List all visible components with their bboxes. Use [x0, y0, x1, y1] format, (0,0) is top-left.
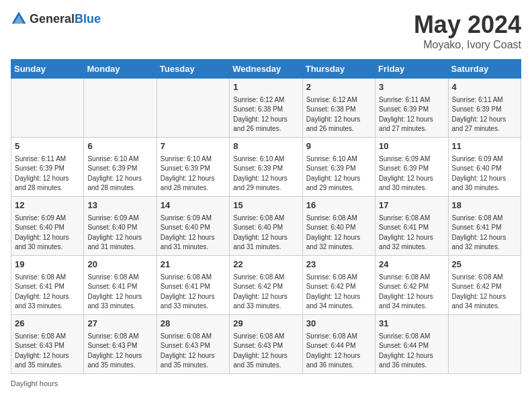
- day-number: 10: [379, 140, 444, 153]
- day-number: 13: [87, 199, 152, 212]
- day-info: Sunrise: 6:12 AM Sunset: 6:38 PM Dayligh…: [306, 95, 371, 134]
- calendar-cell: 27Sunrise: 6:08 AM Sunset: 6:43 PM Dayli…: [84, 315, 157, 374]
- calendar-cell: 26Sunrise: 6:08 AM Sunset: 6:43 PM Dayli…: [11, 315, 84, 374]
- day-info: Sunrise: 6:08 AM Sunset: 6:43 PM Dayligh…: [233, 332, 298, 371]
- day-number: 1: [233, 81, 298, 94]
- week-row-3: 12Sunrise: 6:09 AM Sunset: 6:40 PM Dayli…: [11, 197, 521, 256]
- calendar-cell: 15Sunrise: 6:08 AM Sunset: 6:40 PM Dayli…: [230, 197, 302, 256]
- day-info: Sunrise: 6:08 AM Sunset: 6:41 PM Dayligh…: [161, 273, 226, 312]
- calendar-cell: 28Sunrise: 6:08 AM Sunset: 6:43 PM Dayli…: [157, 315, 229, 374]
- calendar-cell: 1Sunrise: 6:12 AM Sunset: 6:38 PM Daylig…: [230, 79, 302, 138]
- day-info: Sunrise: 6:10 AM Sunset: 6:39 PM Dayligh…: [161, 154, 226, 193]
- day-number: 6: [87, 140, 152, 153]
- day-number: 20: [87, 259, 152, 271]
- day-number: 26: [15, 318, 80, 330]
- day-number: 2: [306, 81, 371, 94]
- week-row-2: 5Sunrise: 6:11 AM Sunset: 6:39 PM Daylig…: [11, 138, 521, 197]
- day-number: 19: [15, 259, 80, 271]
- calendar-cell: 31Sunrise: 6:08 AM Sunset: 6:44 PM Dayli…: [375, 315, 448, 374]
- day-info: Sunrise: 6:08 AM Sunset: 6:40 PM Dayligh…: [233, 214, 298, 253]
- footer-note: Daylight hours: [11, 379, 521, 387]
- day-number: 18: [452, 199, 517, 212]
- calendar-cell: 10Sunrise: 6:09 AM Sunset: 6:39 PM Dayli…: [375, 138, 448, 197]
- day-number: 7: [161, 140, 226, 153]
- header-row: SundayMondayTuesdayWednesdayThursdayFrid…: [11, 60, 521, 79]
- day-number: 11: [452, 140, 517, 153]
- day-number: 27: [87, 318, 152, 330]
- day-number: 29: [233, 318, 298, 330]
- day-info: Sunrise: 6:08 AM Sunset: 6:43 PM Dayligh…: [161, 332, 226, 371]
- calendar-cell: 19Sunrise: 6:08 AM Sunset: 6:41 PM Dayli…: [11, 256, 84, 315]
- day-number: 3: [379, 81, 444, 94]
- calendar-table: SundayMondayTuesdayWednesdayThursdayFrid…: [11, 59, 521, 374]
- day-info: Sunrise: 6:09 AM Sunset: 6:39 PM Dayligh…: [379, 154, 444, 193]
- day-number: 17: [379, 199, 444, 212]
- day-info: Sunrise: 6:10 AM Sunset: 6:39 PM Dayligh…: [87, 154, 152, 193]
- day-info: Sunrise: 6:11 AM Sunset: 6:39 PM Dayligh…: [15, 154, 80, 193]
- day-info: Sunrise: 6:08 AM Sunset: 6:41 PM Dayligh…: [379, 214, 444, 253]
- calendar-cell: 12Sunrise: 6:09 AM Sunset: 6:40 PM Dayli…: [11, 197, 84, 256]
- logo-general: General: [30, 12, 75, 26]
- day-info: Sunrise: 6:09 AM Sunset: 6:40 PM Dayligh…: [452, 154, 517, 193]
- logo-blue: Blue: [75, 12, 101, 26]
- calendar-cell: 2Sunrise: 6:12 AM Sunset: 6:38 PM Daylig…: [302, 79, 375, 138]
- calendar-cell: [11, 79, 84, 138]
- day-number: 12: [15, 199, 80, 212]
- header: GeneralBlue May 2024 Moyako, Ivory Coast: [11, 11, 521, 51]
- day-number: 14: [161, 199, 226, 212]
- day-info: Sunrise: 6:11 AM Sunset: 6:39 PM Dayligh…: [452, 95, 517, 134]
- day-info: Sunrise: 6:09 AM Sunset: 6:40 PM Dayligh…: [87, 214, 152, 253]
- logo-text: GeneralBlue: [30, 12, 101, 26]
- calendar-cell: 8Sunrise: 6:10 AM Sunset: 6:39 PM Daylig…: [230, 138, 302, 197]
- calendar-cell: 14Sunrise: 6:09 AM Sunset: 6:40 PM Dayli…: [157, 197, 229, 256]
- calendar-cell: 7Sunrise: 6:10 AM Sunset: 6:39 PM Daylig…: [157, 138, 229, 197]
- day-number: 15: [233, 199, 298, 212]
- header-day-saturday: Saturday: [448, 60, 521, 79]
- header-day-friday: Friday: [375, 60, 448, 79]
- logo-icon: [11, 11, 27, 27]
- day-info: Sunrise: 6:10 AM Sunset: 6:39 PM Dayligh…: [233, 154, 298, 193]
- day-number: 4: [452, 81, 517, 94]
- calendar-cell: 13Sunrise: 6:09 AM Sunset: 6:40 PM Dayli…: [84, 197, 157, 256]
- day-info: Sunrise: 6:09 AM Sunset: 6:40 PM Dayligh…: [161, 214, 226, 253]
- day-info: Sunrise: 6:08 AM Sunset: 6:43 PM Dayligh…: [15, 332, 80, 371]
- week-row-5: 26Sunrise: 6:08 AM Sunset: 6:43 PM Dayli…: [11, 315, 521, 374]
- day-info: Sunrise: 6:08 AM Sunset: 6:41 PM Dayligh…: [15, 273, 80, 312]
- day-info: Sunrise: 6:08 AM Sunset: 6:42 PM Dayligh…: [452, 273, 517, 312]
- calendar-cell: 16Sunrise: 6:08 AM Sunset: 6:40 PM Dayli…: [302, 197, 375, 256]
- calendar-cell: 11Sunrise: 6:09 AM Sunset: 6:40 PM Dayli…: [448, 138, 521, 197]
- calendar-body: 1Sunrise: 6:12 AM Sunset: 6:38 PM Daylig…: [11, 79, 521, 374]
- day-info: Sunrise: 6:08 AM Sunset: 6:42 PM Dayligh…: [233, 273, 298, 312]
- day-number: 31: [379, 318, 444, 330]
- calendar-cell: 20Sunrise: 6:08 AM Sunset: 6:41 PM Dayli…: [84, 256, 157, 315]
- day-info: Sunrise: 6:08 AM Sunset: 6:40 PM Dayligh…: [306, 214, 371, 253]
- calendar-cell: 22Sunrise: 6:08 AM Sunset: 6:42 PM Dayli…: [230, 256, 302, 315]
- calendar-cell: 24Sunrise: 6:08 AM Sunset: 6:42 PM Dayli…: [375, 256, 448, 315]
- calendar-cell: [448, 315, 521, 374]
- day-info: Sunrise: 6:08 AM Sunset: 6:41 PM Dayligh…: [87, 273, 152, 312]
- calendar-cell: 9Sunrise: 6:10 AM Sunset: 6:39 PM Daylig…: [302, 138, 375, 197]
- day-number: 16: [306, 199, 371, 212]
- header-day-wednesday: Wednesday: [230, 60, 302, 79]
- calendar-cell: 29Sunrise: 6:08 AM Sunset: 6:43 PM Dayli…: [230, 315, 302, 374]
- logo: GeneralBlue: [11, 11, 101, 27]
- day-info: Sunrise: 6:12 AM Sunset: 6:38 PM Dayligh…: [233, 95, 298, 134]
- calendar-cell: 21Sunrise: 6:08 AM Sunset: 6:41 PM Dayli…: [157, 256, 229, 315]
- day-number: 23: [306, 259, 371, 271]
- calendar-cell: 3Sunrise: 6:11 AM Sunset: 6:39 PM Daylig…: [375, 79, 448, 138]
- calendar-cell: 18Sunrise: 6:08 AM Sunset: 6:41 PM Dayli…: [448, 197, 521, 256]
- day-info: Sunrise: 6:09 AM Sunset: 6:40 PM Dayligh…: [15, 214, 80, 253]
- day-number: 5: [15, 140, 80, 153]
- day-number: 25: [452, 259, 517, 271]
- header-day-tuesday: Tuesday: [157, 60, 229, 79]
- calendar-cell: 30Sunrise: 6:08 AM Sunset: 6:44 PM Dayli…: [302, 315, 375, 374]
- calendar-subtitle: Moyako, Ivory Coast: [414, 39, 521, 51]
- calendar-header: SundayMondayTuesdayWednesdayThursdayFrid…: [11, 60, 521, 79]
- day-info: Sunrise: 6:08 AM Sunset: 6:43 PM Dayligh…: [87, 332, 152, 371]
- day-number: 9: [306, 140, 371, 153]
- day-number: 24: [379, 259, 444, 271]
- calendar-cell: [157, 79, 229, 138]
- day-info: Sunrise: 6:08 AM Sunset: 6:42 PM Dayligh…: [379, 273, 444, 312]
- day-info: Sunrise: 6:08 AM Sunset: 6:41 PM Dayligh…: [452, 214, 517, 253]
- day-number: 8: [233, 140, 298, 153]
